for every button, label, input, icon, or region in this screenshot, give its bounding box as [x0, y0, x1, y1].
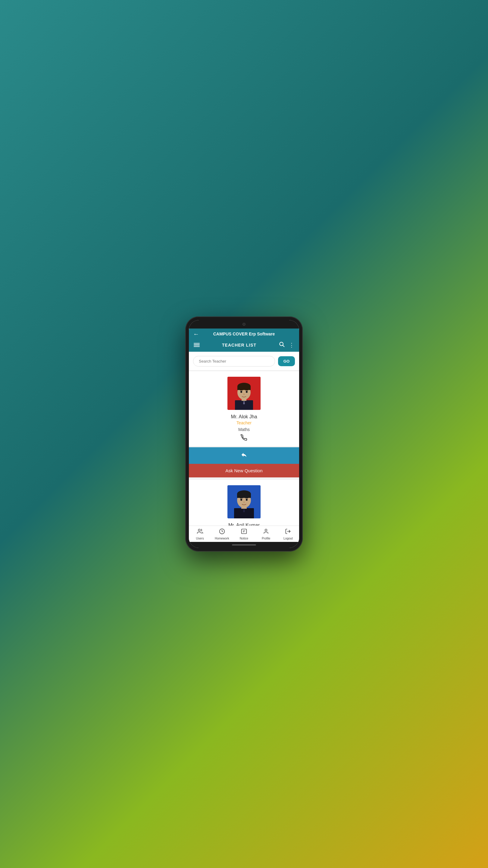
notice-icon	[241, 528, 247, 536]
nav-item-users[interactable]: Users	[189, 528, 211, 540]
nav-bar: TEACHER LIST ⋮	[189, 339, 299, 352]
teacher-name-2: Mr. Anil Kumar	[228, 523, 260, 526]
ask-question-button[interactable]: Ask New Question	[189, 464, 299, 477]
app-title: CAMPUS COVER Erp Software	[213, 332, 275, 336]
logout-icon	[285, 528, 291, 536]
menu-button[interactable]	[194, 343, 200, 347]
bottom-nav: Users Homework	[189, 526, 299, 542]
back-button[interactable]: ←	[193, 331, 199, 338]
nav-label-users: Users	[196, 537, 204, 540]
svg-point-31	[265, 529, 267, 531]
search-section: GO	[189, 352, 299, 370]
phone-device: ← CAMPUS COVER Erp Software TEACHER LIST	[185, 316, 303, 552]
svg-point-23	[240, 499, 242, 501]
nav-label-logout: Logout	[284, 537, 293, 540]
users-icon	[197, 528, 203, 536]
teacher-photo-2	[227, 485, 261, 518]
teacher-role-1: Teacher	[236, 421, 252, 425]
reply-icon	[241, 452, 247, 460]
content-scroll[interactable]: Mr. Alok Jha Teacher Maths	[189, 370, 299, 526]
search-icon[interactable]	[279, 341, 285, 349]
teacher-name-1: Mr. Alok Jha	[231, 414, 257, 420]
svg-rect-22	[237, 494, 251, 498]
teacher-subject-1: Maths	[238, 427, 250, 432]
nav-label-profile: Profile	[262, 537, 270, 540]
search-input[interactable]	[193, 356, 275, 367]
svg-point-26	[198, 529, 200, 531]
top-bar: ← CAMPUS COVER Erp Software	[189, 329, 299, 339]
teacher-card-2: Mr. Anil Kumar Principal English	[189, 480, 299, 526]
nav-label-homework: Homework	[215, 537, 229, 540]
nav-item-profile[interactable]: Profile	[255, 528, 277, 540]
svg-rect-28	[241, 529, 247, 534]
home-indicator	[189, 542, 299, 548]
home-bar	[232, 544, 256, 546]
camera-lens	[242, 323, 246, 326]
nav-label-notice: Notice	[240, 537, 248, 540]
svg-point-11	[240, 391, 242, 393]
screen-title: TEACHER LIST	[222, 343, 256, 347]
camera-bar	[189, 320, 299, 329]
svg-line-1	[283, 345, 284, 347]
teacher-card-1: Mr. Alok Jha Teacher Maths	[189, 371, 299, 446]
profile-icon	[263, 528, 269, 536]
nav-item-homework[interactable]: Homework	[211, 528, 233, 540]
phone-screen: ← CAMPUS COVER Erp Software TEACHER LIST	[189, 320, 299, 548]
more-options-icon[interactable]: ⋮	[289, 342, 294, 348]
reply-button-1[interactable]	[189, 447, 299, 464]
svg-rect-10	[237, 386, 251, 390]
nav-item-notice[interactable]: Notice	[233, 528, 255, 540]
go-button[interactable]: GO	[278, 356, 295, 366]
teacher-photo-1	[227, 377, 261, 410]
nav-icons: ⋮	[279, 341, 294, 349]
homework-icon	[219, 528, 225, 536]
app-container: ← CAMPUS COVER Erp Software TEACHER LIST	[189, 329, 299, 542]
phone-icon-1[interactable]	[241, 434, 247, 442]
svg-point-12	[246, 391, 248, 393]
nav-item-logout[interactable]: Logout	[277, 528, 299, 540]
svg-point-25	[243, 501, 245, 503]
svg-point-24	[246, 499, 248, 501]
svg-point-13	[243, 394, 245, 395]
